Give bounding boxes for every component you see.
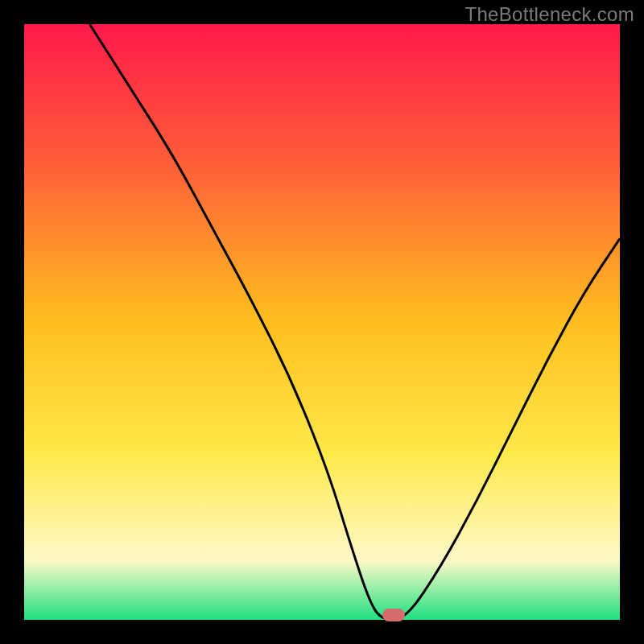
bottleneck-curve-svg	[24, 24, 620, 620]
bottleneck-curve-path	[89, 24, 620, 620]
optimal-marker	[382, 609, 405, 621]
chart-frame: TheBottleneck.com	[0, 0, 644, 644]
plot-area	[24, 24, 620, 620]
watermark-text: TheBottleneck.com	[464, 3, 634, 26]
